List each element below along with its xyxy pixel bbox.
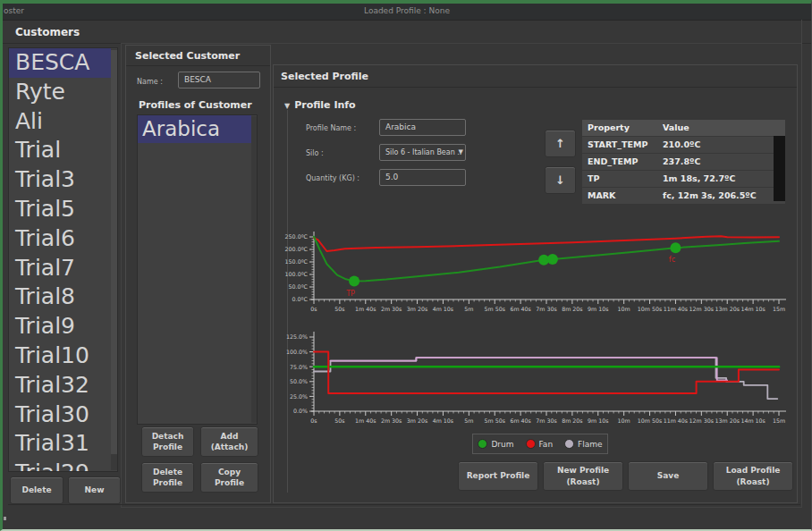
svg-text:3m 20s: 3m 20s — [407, 417, 427, 424]
svg-text:15m: 15m — [773, 306, 785, 312]
dropdown-arrow-icon: ▼ — [459, 145, 463, 160]
legend-label: Fan — [539, 440, 554, 449]
property-value: 1m 18s, 72.7ºC — [663, 171, 785, 187]
customer-item-trial3[interactable]: Trial3 — [9, 165, 111, 195]
svg-text:TP: TP — [345, 290, 355, 298]
svg-text:0.0%: 0.0% — [293, 408, 308, 414]
svg-text:13m 20s: 13m 20s — [715, 306, 739, 312]
customer-item-besca[interactable]: BESCA — [9, 48, 111, 78]
move-up-button[interactable]: ↑ — [545, 130, 576, 157]
legend-item-flame: Flame — [564, 439, 603, 449]
legend-label: Flame — [578, 440, 603, 449]
svg-text:150.0ºC: 150.0ºC — [285, 258, 309, 265]
svg-text:7m 30s: 7m 30s — [536, 417, 556, 424]
new-profile-roast-button[interactable]: New Profile (Roast) — [543, 461, 623, 491]
quantity-input[interactable]: 5.0 — [379, 169, 466, 186]
svg-text:2m 30s: 2m 30s — [381, 417, 402, 424]
flame-legend-dot-icon — [564, 439, 574, 449]
legend-item-fan: Fan — [526, 439, 554, 449]
collapse-caret-icon: ▼ — [284, 102, 290, 110]
svg-text:100.0ºC: 100.0ºC — [285, 271, 309, 277]
svg-text:14m 10s: 14m 10s — [740, 306, 765, 312]
silo-dropdown[interactable]: Silo 6 - Italian Bean .. ▼ — [379, 144, 466, 161]
selected-profile-title: Selected Profile — [281, 71, 368, 82]
customers-header: Customers — [15, 26, 80, 38]
loaded-profile-status: Loaded Profile : None — [3, 6, 811, 15]
property-name: END_TEMP — [582, 154, 663, 170]
svg-text:3m 20s: 3m 20s — [407, 306, 427, 312]
load-profile-roast-button[interactable]: Load Profile (Roast) — [713, 461, 793, 491]
svg-text:7m 30s: 7m 30s — [536, 306, 556, 312]
customer-item-trial30[interactable]: Trial30 — [9, 400, 111, 430]
svg-text:11m 40s: 11m 40s — [664, 417, 688, 424]
svg-text:50.0ºC: 50.0ºC — [289, 283, 309, 290]
svg-text:5m: 5m — [464, 306, 473, 312]
svg-text:5m 50s: 5m 50s — [485, 417, 505, 424]
table-scrollbar[interactable] — [774, 136, 785, 201]
svg-text:8m 20s: 8m 20s — [562, 306, 582, 312]
customer-item-trial5[interactable]: Trial5 — [9, 195, 111, 224]
detach-profile-button[interactable]: Detach Profile — [141, 426, 194, 457]
legend-label: Drum — [491, 440, 513, 449]
customer-item-trial29[interactable]: Trial29 — [9, 459, 111, 472]
svg-text:1m 40s: 1m 40s — [355, 417, 376, 424]
svg-text:11m 40s: 11m 40s — [664, 306, 688, 312]
delete-profile-button[interactable]: Delete Profile — [141, 462, 194, 493]
svg-text:2m 30s: 2m 30s — [381, 306, 402, 312]
svg-text:0s: 0s — [310, 417, 317, 424]
svg-text:75.0%: 75.0% — [290, 364, 308, 370]
customer-item-trial[interactable]: Trial — [9, 136, 111, 165]
properties-table-body: START_TEMP210.0ºCEND_TEMP237.8ºCTP1m 18s… — [582, 136, 785, 204]
profile-info-title: Profile Info — [294, 99, 356, 111]
customer-item-ali[interactable]: Ali — [9, 107, 111, 137]
properties-table-header: Property Value — [582, 120, 785, 136]
svg-text:14m 10s: 14m 10s — [740, 417, 765, 424]
property-name: TP — [582, 171, 663, 187]
new-customer-button[interactable]: New — [68, 476, 121, 504]
property-row-end-temp[interactable]: END_TEMP237.8ºC — [582, 153, 785, 170]
customer-item-trial6[interactable]: Trial6 — [9, 224, 111, 254]
property-row-start-temp[interactable]: START_TEMP210.0ºC — [582, 136, 785, 153]
move-down-button[interactable]: ↓ — [545, 166, 576, 194]
profile-item-arabica[interactable]: Arabica — [138, 115, 251, 143]
profiles-list: Arabica — [137, 114, 258, 425]
customer-list: BESCARyteAliTrialTrial3Trial5Trial6Trial… — [8, 47, 118, 472]
svg-text:8m 20s: 8m 20s — [562, 417, 582, 424]
customer-list-scroll-handle[interactable] — [111, 50, 117, 454]
svg-text:0s: 0s — [310, 306, 317, 312]
properties-table: Property Value START_TEMP210.0ºCEND_TEMP… — [582, 120, 785, 204]
delete-customer-button[interactable]: Delete — [10, 476, 63, 504]
svg-text:250.0ºC: 250.0ºC — [285, 233, 309, 240]
selected-profile-panel: Selected Profile ▼Profile Info Profile N… — [273, 64, 798, 503]
profile-name-input[interactable]: Arabica — [379, 119, 466, 136]
roaster-window: oster Loaded Profile : None Customers BE… — [0, 0, 812, 531]
selected-customer-panel: Selected Customer Name : BESCA Profiles … — [125, 45, 271, 503]
actuator-chart: 0.0%25.0%50.0%75.0%100.0%125.0%0s50s1m 4… — [276, 326, 793, 428]
profile-info-section-header[interactable]: ▼Profile Info — [284, 95, 356, 112]
svg-text:100.0%: 100.0% — [286, 349, 308, 355]
customer-name-input[interactable]: BESCA — [178, 72, 260, 88]
profiles-list-scrollbar[interactable] — [251, 116, 257, 423]
customer-item-ryte[interactable]: Ryte — [9, 78, 111, 107]
customer-item-trial7[interactable]: Trial7 — [9, 254, 111, 283]
customer-item-trial32[interactable]: Trial32 — [9, 371, 111, 400]
panel-divider — [274, 87, 797, 88]
customer-item-trial10[interactable]: Trial10 — [9, 341, 111, 371]
svg-text:125.0%: 125.0% — [286, 333, 308, 340]
profiles-of-customer-title: Profiles of Customer — [139, 99, 252, 111]
svg-text:12m 30s: 12m 30s — [689, 417, 714, 424]
report-profile-button[interactable]: Report Profile — [458, 461, 538, 491]
customer-item-trial9[interactable]: Trial9 — [9, 312, 111, 341]
property-row-mark[interactable]: MARKfc, 12m 3s, 206.5ºC — [582, 187, 785, 204]
svg-text:50s: 50s — [334, 306, 344, 312]
silo-label: Silo : — [306, 149, 324, 157]
customer-item-trial31[interactable]: Trial31 — [9, 429, 111, 459]
add-attach-profile-button[interactable]: Add (Attach) — [200, 426, 258, 457]
property-row-tp[interactable]: TP1m 18s, 72.7ºC — [582, 170, 785, 187]
property-name: MARK — [582, 188, 663, 204]
save-button[interactable]: Save — [628, 461, 708, 491]
customer-list-scrollbar[interactable] — [111, 49, 117, 470]
copy-profile-button[interactable]: Copy Profile — [200, 462, 258, 493]
svg-text:50.0%: 50.0% — [290, 378, 308, 384]
customer-item-trial8[interactable]: Trial8 — [9, 282, 111, 312]
